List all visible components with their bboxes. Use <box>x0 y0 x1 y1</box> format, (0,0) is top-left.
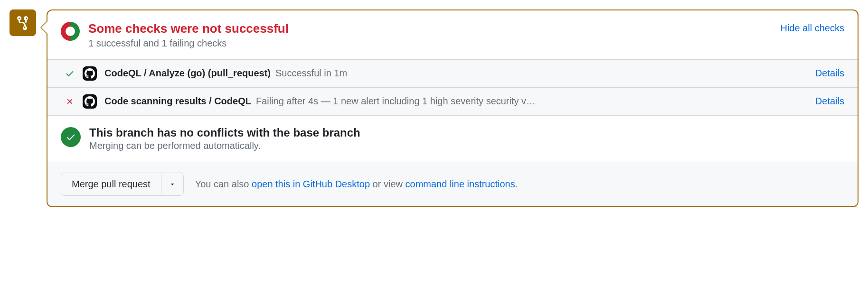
check-row: CodeQL / Analyze (go) (pull_request) Suc… <box>47 60 858 88</box>
merge-status-panel: Some checks were not successful 1 succes… <box>47 9 859 207</box>
check-name: Code scanning results / CodeQL <box>104 96 251 107</box>
check-details-link[interactable]: Details <box>815 68 844 79</box>
check-description: Successful in 1m <box>275 68 347 79</box>
merge-conflict-section: This branch has no conflicts with the ba… <box>47 116 858 162</box>
check-row: Code scanning results / CodeQL Failing a… <box>47 88 858 115</box>
command-line-instructions-link[interactable]: command line instructions <box>406 179 515 189</box>
merge-pull-request-button[interactable]: Merge pull request <box>61 173 161 195</box>
merge-footer: Merge pull request You can also open thi… <box>47 162 858 206</box>
check-description: Failing after 4s — 1 new alert including… <box>256 96 536 107</box>
merge-text-block: This branch has no conflicts with the ba… <box>89 126 360 151</box>
merge-button-group: Merge pull request <box>61 173 184 196</box>
github-avatar-icon <box>83 66 97 81</box>
check-failure-icon <box>65 97 75 106</box>
timeline-git-badge <box>9 9 36 36</box>
merge-subtitle: Merging can be performed automatically. <box>89 140 360 151</box>
check-success-icon <box>65 69 75 78</box>
git-merge-icon <box>15 15 30 30</box>
merge-success-badge <box>61 127 81 147</box>
status-title: Some checks were not successful <box>88 21 772 37</box>
status-subtitle: 1 successful and 1 failing checks <box>88 38 772 49</box>
merge-footer-text: You can also open this in GitHub Desktop… <box>195 179 518 190</box>
panel-pointer-fill <box>41 21 47 34</box>
hide-all-checks-link[interactable]: Hide all checks <box>780 23 844 34</box>
check-name: CodeQL / Analyze (go) (pull_request) <box>104 68 271 79</box>
merge-options-dropdown-button[interactable] <box>161 173 183 195</box>
status-text-block: Some checks were not successful 1 succes… <box>88 21 772 49</box>
status-donut-chart <box>61 22 80 41</box>
check-text: CodeQL / Analyze (go) (pull_request) Suc… <box>104 68 808 79</box>
footer-midtext: or view <box>370 179 405 189</box>
checks-list: CodeQL / Analyze (go) (pull_request) Suc… <box>47 59 858 116</box>
check-icon <box>66 132 76 142</box>
merge-title: This branch has no conflicts with the ba… <box>89 126 360 139</box>
footer-endtext: . <box>515 179 518 189</box>
open-github-desktop-link[interactable]: open this in GitHub Desktop <box>252 179 370 189</box>
footer-pretext: You can also <box>195 179 252 189</box>
check-text: Code scanning results / CodeQL Failing a… <box>104 96 808 107</box>
triangle-down-icon <box>169 181 176 187</box>
github-avatar-icon <box>83 94 97 109</box>
check-details-link[interactable]: Details <box>815 96 844 107</box>
checks-summary-header: Some checks were not successful 1 succes… <box>47 10 858 59</box>
